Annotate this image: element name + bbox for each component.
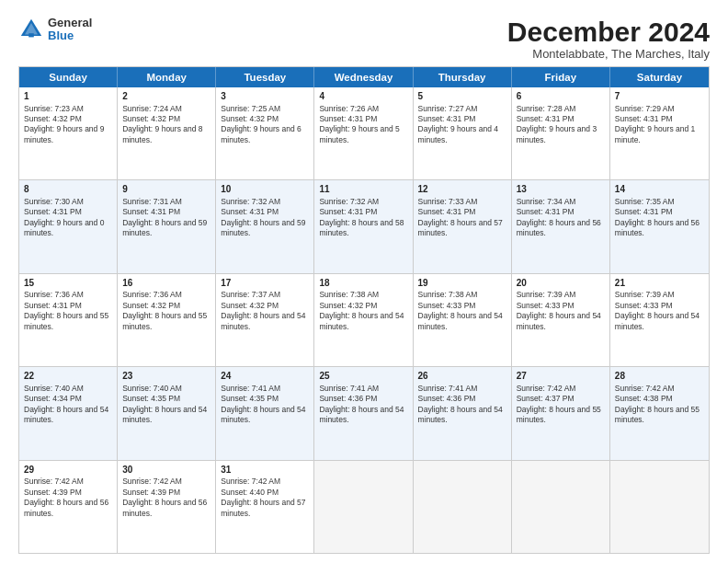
daylight-text: Daylight: 9 hours and 9 minutes. <box>24 124 104 144</box>
sunrise-text: Sunrise: 7:36 AM <box>24 290 84 299</box>
calendar-cell: 28 Sunrise: 7:42 AM Sunset: 4:38 PM Dayl… <box>610 367 709 459</box>
sunset-text: Sunset: 4:31 PM <box>615 207 673 216</box>
sunrise-text: Sunrise: 7:30 AM <box>24 197 84 206</box>
header-monday: Monday <box>118 67 216 87</box>
day-number: 18 <box>319 277 407 290</box>
sunset-text: Sunset: 4:31 PM <box>122 207 180 216</box>
sunset-text: Sunset: 4:31 PM <box>24 207 82 216</box>
calendar-cell: 23 Sunrise: 7:40 AM Sunset: 4:35 PM Dayl… <box>118 367 216 459</box>
sunrise-text: Sunrise: 7:42 AM <box>221 477 280 486</box>
daylight-text: Daylight: 8 hours and 54 minutes. <box>221 405 305 424</box>
sunset-text: Sunset: 4:32 PM <box>221 114 279 123</box>
sunrise-text: Sunrise: 7:24 AM <box>122 104 182 113</box>
day-number: 8 <box>24 183 112 196</box>
title-block: December 2024 Montelabbate, The Marches,… <box>507 17 710 61</box>
day-number: 30 <box>122 464 210 477</box>
daylight-text: Daylight: 9 hours and 5 minutes. <box>319 124 399 144</box>
sunset-text: Sunset: 4:31 PM <box>24 301 82 310</box>
daylight-text: Daylight: 8 hours and 57 minutes. <box>221 498 305 517</box>
sunset-text: Sunset: 4:40 PM <box>221 488 279 497</box>
calendar-cell <box>314 461 413 553</box>
sunrise-text: Sunrise: 7:25 AM <box>221 104 280 113</box>
daylight-text: Daylight: 8 hours and 54 minutes. <box>221 311 305 330</box>
calendar-row: 22 Sunrise: 7:40 AM Sunset: 4:34 PM Dayl… <box>19 367 709 460</box>
daylight-text: Daylight: 9 hours and 3 minutes. <box>517 124 597 144</box>
day-number: 20 <box>517 277 605 290</box>
day-number: 23 <box>122 370 210 383</box>
sunset-text: Sunset: 4:39 PM <box>24 488 82 497</box>
calendar-row: 29 Sunrise: 7:42 AM Sunset: 4:39 PM Dayl… <box>19 461 709 553</box>
sunrise-text: Sunrise: 7:29 AM <box>615 104 675 113</box>
sunset-text: Sunset: 4:33 PM <box>615 301 673 310</box>
header-saturday: Saturday <box>610 67 709 87</box>
day-number: 19 <box>418 277 506 290</box>
day-number: 29 <box>24 464 112 477</box>
sunset-text: Sunset: 4:32 PM <box>24 114 82 123</box>
calendar-cell: 25 Sunrise: 7:41 AM Sunset: 4:36 PM Dayl… <box>314 367 413 459</box>
sunrise-text: Sunrise: 7:39 AM <box>615 290 675 299</box>
sunset-text: Sunset: 4:31 PM <box>517 114 574 123</box>
daylight-text: Daylight: 8 hours and 58 minutes. <box>319 218 404 237</box>
daylight-text: Daylight: 8 hours and 54 minutes. <box>517 311 601 330</box>
daylight-text: Daylight: 8 hours and 54 minutes. <box>319 405 404 424</box>
sunrise-text: Sunrise: 7:33 AM <box>418 197 478 206</box>
calendar-cell: 13 Sunrise: 7:34 AM Sunset: 4:31 PM Dayl… <box>512 180 610 272</box>
sunrise-text: Sunrise: 7:34 AM <box>517 197 576 206</box>
day-number: 12 <box>418 183 506 196</box>
sunset-text: Sunset: 4:31 PM <box>221 207 279 216</box>
calendar-cell: 27 Sunrise: 7:42 AM Sunset: 4:37 PM Dayl… <box>512 367 610 459</box>
header-tuesday: Tuesday <box>216 67 314 87</box>
daylight-text: Daylight: 8 hours and 56 minutes. <box>24 498 108 517</box>
day-number: 13 <box>517 183 605 196</box>
sunrise-text: Sunrise: 7:38 AM <box>319 290 379 299</box>
calendar-cell: 15 Sunrise: 7:36 AM Sunset: 4:31 PM Dayl… <box>19 274 118 366</box>
sunrise-text: Sunrise: 7:37 AM <box>221 290 280 299</box>
daylight-text: Daylight: 8 hours and 54 minutes. <box>319 311 404 330</box>
calendar-cell: 3 Sunrise: 7:25 AM Sunset: 4:32 PM Dayli… <box>216 87 314 179</box>
calendar-cell: 10 Sunrise: 7:32 AM Sunset: 4:31 PM Dayl… <box>216 180 314 272</box>
daylight-text: Daylight: 9 hours and 8 minutes. <box>122 124 202 144</box>
daylight-text: Daylight: 8 hours and 56 minutes. <box>122 498 207 517</box>
calendar-cell: 30 Sunrise: 7:42 AM Sunset: 4:39 PM Dayl… <box>118 461 216 553</box>
calendar-header: Sunday Monday Tuesday Wednesday Thursday… <box>19 67 709 87</box>
day-number: 27 <box>517 370 605 383</box>
calendar: Sunday Monday Tuesday Wednesday Thursday… <box>18 66 710 554</box>
calendar-cell: 5 Sunrise: 7:27 AM Sunset: 4:31 PM Dayli… <box>414 87 512 179</box>
calendar-cell: 14 Sunrise: 7:35 AM Sunset: 4:31 PM Dayl… <box>610 180 709 272</box>
daylight-text: Daylight: 8 hours and 55 minutes. <box>517 405 601 424</box>
calendar-cell: 4 Sunrise: 7:26 AM Sunset: 4:31 PM Dayli… <box>314 87 413 179</box>
day-number: 2 <box>122 90 210 103</box>
calendar-cell: 12 Sunrise: 7:33 AM Sunset: 4:31 PM Dayl… <box>414 180 512 272</box>
calendar-cell: 17 Sunrise: 7:37 AM Sunset: 4:32 PM Dayl… <box>216 274 314 366</box>
calendar-cell <box>610 461 709 553</box>
sunset-text: Sunset: 4:32 PM <box>319 301 377 310</box>
daylight-text: Daylight: 8 hours and 57 minutes. <box>418 218 503 237</box>
sunrise-text: Sunrise: 7:42 AM <box>24 477 84 486</box>
day-number: 21 <box>615 277 704 290</box>
calendar-cell: 16 Sunrise: 7:36 AM Sunset: 4:32 PM Dayl… <box>118 274 216 366</box>
day-number: 15 <box>24 277 112 290</box>
calendar-cell: 31 Sunrise: 7:42 AM Sunset: 4:40 PM Dayl… <box>216 461 314 553</box>
day-number: 10 <box>221 183 309 196</box>
sunrise-text: Sunrise: 7:41 AM <box>319 384 379 393</box>
day-number: 14 <box>615 183 704 196</box>
calendar-cell: 2 Sunrise: 7:24 AM Sunset: 4:32 PM Dayli… <box>118 87 216 179</box>
day-number: 24 <box>221 370 309 383</box>
sunset-text: Sunset: 4:32 PM <box>122 301 180 310</box>
day-number: 4 <box>319 90 407 103</box>
calendar-cell: 29 Sunrise: 7:42 AM Sunset: 4:39 PM Dayl… <box>19 461 118 553</box>
day-number: 16 <box>122 277 210 290</box>
day-number: 3 <box>221 90 309 103</box>
sunrise-text: Sunrise: 7:39 AM <box>517 290 576 299</box>
calendar-cell: 21 Sunrise: 7:39 AM Sunset: 4:33 PM Dayl… <box>610 274 709 366</box>
logo-text: General Blue <box>48 17 92 43</box>
sunrise-text: Sunrise: 7:41 AM <box>418 384 478 393</box>
sunset-text: Sunset: 4:37 PM <box>517 394 574 403</box>
sunrise-text: Sunrise: 7:42 AM <box>615 384 675 393</box>
calendar-cell: 8 Sunrise: 7:30 AM Sunset: 4:31 PM Dayli… <box>19 180 118 272</box>
calendar-cell: 19 Sunrise: 7:38 AM Sunset: 4:33 PM Dayl… <box>414 274 512 366</box>
header-thursday: Thursday <box>414 67 512 87</box>
daylight-text: Daylight: 9 hours and 6 minutes. <box>221 124 301 144</box>
header: General Blue December 2024 Montelabbate,… <box>18 17 710 61</box>
day-number: 11 <box>319 183 407 196</box>
